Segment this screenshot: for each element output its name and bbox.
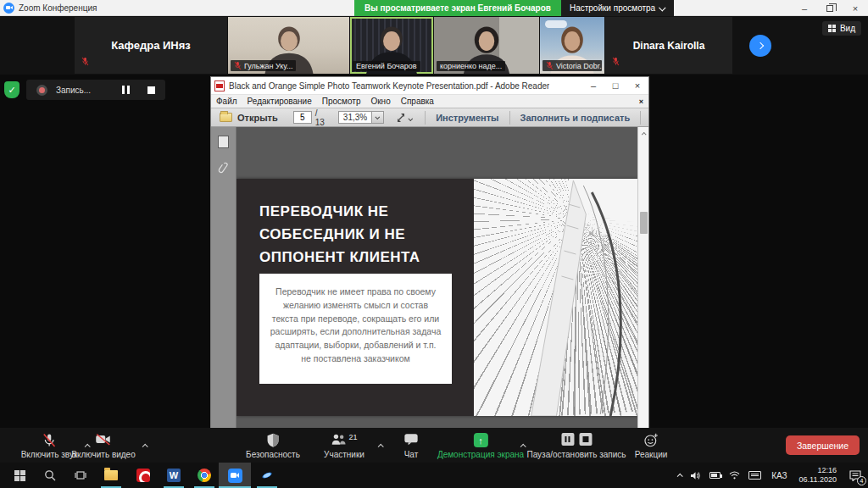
battery-icon[interactable] xyxy=(709,472,721,479)
wifi-icon[interactable] xyxy=(729,471,740,480)
page-thumbnails-icon[interactable] xyxy=(218,136,229,148)
menu-file[interactable]: Файл xyxy=(211,97,242,106)
muted-mic-icon xyxy=(42,433,56,447)
chevron-down-icon xyxy=(409,116,414,121)
chat-bubble-icon xyxy=(404,433,419,446)
encryption-shield-icon[interactable]: ✓ xyxy=(4,81,19,98)
hidden-icons-chevron[interactable] xyxy=(677,474,682,478)
participant-name: Dinara Kairolla xyxy=(605,17,732,74)
pause-icon[interactable] xyxy=(561,433,574,446)
reactions-button[interactable]: Реакции xyxy=(635,428,668,463)
search-button[interactable] xyxy=(34,463,66,488)
slide-title: ПЕРЕВОДЧИК НЕ СОБЕСЕДНИК И НЕ ОППОНЕНТ К… xyxy=(259,200,444,269)
menu-view[interactable]: Просмотр xyxy=(317,97,366,106)
clock[interactable]: 12:16 06.11.2020 xyxy=(799,466,837,485)
muted-mic-icon xyxy=(546,61,554,70)
vertical-scrollbar[interactable] xyxy=(637,127,648,429)
menu-edit[interactable]: Редактирование xyxy=(242,97,317,106)
view-button-label: Вид xyxy=(840,24,855,33)
slide-text-card: Переводчик не имеет права по своему жела… xyxy=(259,274,452,384)
zoom-icon xyxy=(228,469,242,483)
tab-comment[interactable]: Комм xyxy=(640,111,648,125)
view-settings-button[interactable]: Настройки просмотра xyxy=(561,0,674,16)
pdf-close-button[interactable]: × xyxy=(626,77,648,94)
menubar-close-icon[interactable]: × xyxy=(634,97,648,106)
video-options-caret[interactable] xyxy=(142,436,147,452)
start-button[interactable] xyxy=(3,463,36,488)
blue-app-button[interactable] xyxy=(251,463,283,488)
view-layout-button[interactable]: Вид xyxy=(822,21,861,36)
action-center-button[interactable]: 4 xyxy=(843,463,868,488)
open-button[interactable]: Открыть xyxy=(211,113,287,123)
file-explorer-button[interactable] xyxy=(95,463,127,488)
participant-strip: Кафедра ИНяз Гульжан Уку... Евгений Боча… xyxy=(0,16,868,75)
participant-tile-active-speaker[interactable]: Евгений Бочаров xyxy=(350,17,433,74)
word-button[interactable]: W xyxy=(158,463,190,488)
time: 12:16 xyxy=(817,466,837,474)
restore-icon xyxy=(826,5,833,12)
presentation-slide: ПЕРЕВОДЧИК НЕ СОБЕСЕДНИК И НЕ ОППОНЕНТ К… xyxy=(236,179,637,416)
end-meeting-button[interactable]: Завершение xyxy=(786,435,860,455)
share-screen-label: Демонстрация экрана xyxy=(437,450,524,459)
participant-tile[interactable]: корниенко наде... xyxy=(434,17,539,74)
participant-tile[interactable]: Гульжан Уку... xyxy=(228,17,349,74)
task-view-button[interactable] xyxy=(64,463,97,488)
touch-keyboard-icon[interactable] xyxy=(748,471,761,480)
security-button[interactable]: Безопасность xyxy=(246,428,300,463)
chrome-button[interactable] xyxy=(188,463,220,488)
menu-window[interactable]: Окно xyxy=(365,97,395,106)
stop-icon[interactable] xyxy=(579,433,592,446)
unmute-button[interactable]: Включить звук xyxy=(21,428,78,463)
participant-name: Victoria Dobr... xyxy=(556,62,602,70)
next-participants-button[interactable] xyxy=(749,35,771,57)
participant-name: Кафедра ИНяз xyxy=(75,17,227,74)
speaker-icon[interactable] xyxy=(690,471,701,480)
participant-tile[interactable]: Dinara Kairolla xyxy=(605,17,732,74)
fit-page-button[interactable] xyxy=(391,113,418,123)
start-video-button[interactable]: Включить видео xyxy=(71,428,136,463)
zoom-level-value: 31,3% xyxy=(339,113,371,122)
restore-button[interactable] xyxy=(817,0,843,16)
tab-fill-sign[interactable]: Заполнить и подписать xyxy=(509,111,641,125)
screen-share-banner: Вы просматриваете экран Евгений Бочаров xyxy=(354,0,561,16)
pdf-document-area[interactable]: ПЕРЕВОДЧИК НЕ СОБЕСЕДНИК И НЕ ОППОНЕНТ К… xyxy=(236,127,637,429)
page-number-input[interactable] xyxy=(293,111,312,124)
menu-help[interactable]: Справка xyxy=(396,97,439,106)
participants-icon xyxy=(331,433,347,446)
participant-label: Гульжан Уку... xyxy=(231,60,296,71)
participants-label: Участники xyxy=(324,450,364,459)
share-screen-button[interactable]: ↑ Демонстрация экрана xyxy=(437,428,524,463)
chat-button[interactable]: Чат xyxy=(404,428,419,463)
pdf-navigation-pane xyxy=(211,127,236,429)
participant-name: Евгений Бочаров xyxy=(356,62,417,70)
pause-recording-button[interactable] xyxy=(122,86,132,94)
red-app-button[interactable] xyxy=(127,463,159,488)
scrollbar-thumb[interactable] xyxy=(640,212,648,234)
participant-tile[interactable]: Victoria Dobr... xyxy=(540,17,604,74)
recording-indicator: Запись... xyxy=(26,80,165,100)
pdf-maximize-button[interactable]: □ xyxy=(604,77,626,94)
zoom-taskbar-button[interactable] xyxy=(219,463,251,488)
participant-tile[interactable]: Кафедра ИНяз xyxy=(75,17,227,74)
share-options-caret[interactable] xyxy=(520,436,525,452)
participant-name: Гульжан Уку... xyxy=(244,62,292,70)
language-indicator[interactable]: КАЗ xyxy=(771,471,787,480)
participants-button[interactable]: 21 Участники xyxy=(324,428,364,463)
stop-recording-button[interactable] xyxy=(147,86,155,94)
close-button[interactable]: × xyxy=(843,0,868,16)
windows-logo-icon xyxy=(14,470,25,481)
zoom-dropdown-button[interactable] xyxy=(371,112,383,123)
attachments-paperclip-icon[interactable] xyxy=(218,162,230,175)
fit-dropdown-button[interactable] xyxy=(409,113,413,123)
page-count-label: / 13 xyxy=(315,108,325,127)
pdf-minimize-button[interactable]: – xyxy=(582,77,604,94)
participants-options-caret[interactable] xyxy=(378,436,382,452)
task-view-icon xyxy=(75,469,86,481)
zoom-level-control[interactable]: 31,3% xyxy=(338,111,384,124)
tab-tools[interactable]: Инструменты xyxy=(425,111,509,125)
scroll-up-arrow[interactable] xyxy=(638,129,648,139)
slide-bridge-photo xyxy=(474,179,637,416)
minimize-button[interactable]: – xyxy=(792,0,817,16)
chevron-down-icon xyxy=(375,114,380,119)
pause-stop-recording-button[interactable]: Пауза/остановить запись xyxy=(526,428,626,463)
